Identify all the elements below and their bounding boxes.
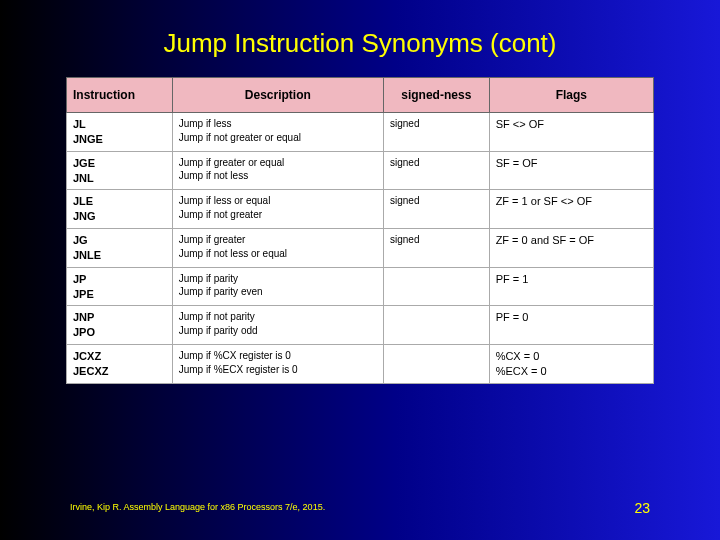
table-row: JLJNGEJump if lessJump if not greater or… xyxy=(67,113,654,152)
table-row: JCXZJECXZJump if %CX register is 0Jump i… xyxy=(67,345,654,384)
footer-citation: Irvine, Kip R. Assembly Language for x86… xyxy=(70,502,325,512)
cell-description: Jump if greaterJump if not less or equal xyxy=(172,229,383,268)
cell-flags: ZF = 1 or SF <> OF xyxy=(489,190,653,229)
table-row: JGJNLEJump if greaterJump if not less or… xyxy=(67,229,654,268)
cell-instruction: JLEJNG xyxy=(67,190,173,229)
cell-flags: %CX = 0%ECX = 0 xyxy=(489,345,653,384)
cell-flags: PF = 0 xyxy=(489,306,653,345)
cell-description: Jump if less or equalJump if not greater xyxy=(172,190,383,229)
cell-flags: ZF = 0 and SF = OF xyxy=(489,229,653,268)
cell-instruction: JPJPE xyxy=(67,267,173,306)
table-row: JGEJNLJump if greater or equalJump if no… xyxy=(67,151,654,190)
cell-signedness: signed xyxy=(383,229,489,268)
cell-signedness xyxy=(383,306,489,345)
cell-signedness: signed xyxy=(383,113,489,152)
cell-description: Jump if not parityJump if parity odd xyxy=(172,306,383,345)
slide-title: Jump Instruction Synonyms (cont) xyxy=(0,0,720,77)
th-signedness: signed-ness xyxy=(383,78,489,113)
th-description: Description xyxy=(172,78,383,113)
cell-flags: SF = OF xyxy=(489,151,653,190)
cell-description: Jump if parityJump if parity even xyxy=(172,267,383,306)
footer-page-number: 23 xyxy=(634,500,650,516)
table-row: JNPJPOJump if not parityJump if parity o… xyxy=(67,306,654,345)
cell-instruction: JGJNLE xyxy=(67,229,173,268)
cell-signedness xyxy=(383,267,489,306)
cell-signedness xyxy=(383,345,489,384)
cell-instruction: JCXZJECXZ xyxy=(67,345,173,384)
cell-flags: PF = 1 xyxy=(489,267,653,306)
cell-flags: SF <> OF xyxy=(489,113,653,152)
cell-signedness: signed xyxy=(383,190,489,229)
cell-instruction: JLJNGE xyxy=(67,113,173,152)
cell-description: Jump if lessJump if not greater or equal xyxy=(172,113,383,152)
table-container: Instruction Description signed-ness Flag… xyxy=(66,77,654,384)
cell-instruction: JNPJPO xyxy=(67,306,173,345)
th-instruction: Instruction xyxy=(67,78,173,113)
cell-description: Jump if greater or equalJump if not less xyxy=(172,151,383,190)
jump-synonyms-table: Instruction Description signed-ness Flag… xyxy=(66,77,654,384)
table-header-row: Instruction Description signed-ness Flag… xyxy=(67,78,654,113)
th-flags: Flags xyxy=(489,78,653,113)
table-row: JLEJNGJump if less or equalJump if not g… xyxy=(67,190,654,229)
cell-instruction: JGEJNL xyxy=(67,151,173,190)
table-row: JPJPEJump if parityJump if parity evenPF… xyxy=(67,267,654,306)
table-body: JLJNGEJump if lessJump if not greater or… xyxy=(67,113,654,384)
cell-description: Jump if %CX register is 0Jump if %ECX re… xyxy=(172,345,383,384)
cell-signedness: signed xyxy=(383,151,489,190)
